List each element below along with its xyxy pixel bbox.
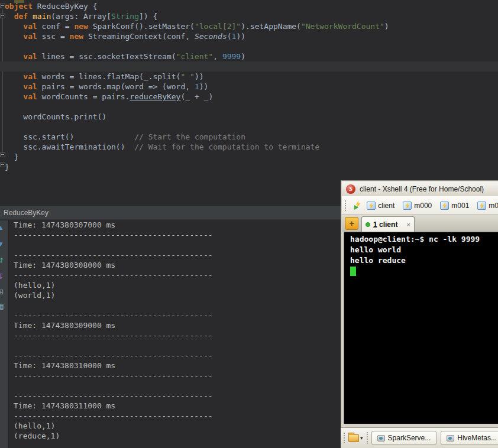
chevron-down-icon: ▾ (360, 435, 363, 441)
console-line (9, 340, 341, 350)
session-lightning-icon (477, 202, 486, 210)
console-line: ----------------------------------------… (9, 350, 341, 361)
fold-marker-icon[interactable] (0, 4, 5, 8)
terminal-line: hadoop@client:~$ nc -lk 9999 (350, 234, 498, 245)
code-line[interactable]: def main(args: Array[String]) { (0, 11, 498, 21)
session-lightning-icon (367, 202, 376, 210)
code-editor[interactable]: object ReduceByKey { def main(args: Arra… (0, 0, 498, 205)
code-line[interactable]: object ReduceByKey { (0, 1, 498, 11)
code-line[interactable]: } (0, 152, 498, 162)
console-line: Time: 1474380311000 ms (9, 401, 341, 411)
session-button-m001[interactable]: m001 (440, 202, 469, 210)
xshell-logo-icon: S (346, 184, 355, 194)
console-line: (hello,1) (9, 421, 341, 431)
quick-launch[interactable]: ▾ (348, 434, 363, 442)
console-line: (hello,1) (9, 280, 341, 290)
xshell-title-bar[interactable]: S client - Xshell 4 (Free for Home/Schoo… (342, 181, 498, 196)
folder-icon (348, 434, 359, 442)
fold-marker-icon[interactable] (0, 14, 5, 18)
toolbar-grip (345, 200, 346, 211)
terminal-line: hello world (350, 245, 498, 255)
console-line: ----------------------------------------… (9, 250, 341, 260)
fold-end-marker-icon[interactable] (0, 163, 5, 167)
code-line[interactable]: val lines = ssc.socketTextStream("client… (0, 51, 498, 61)
xshell-app-icon (377, 435, 385, 441)
code-line[interactable]: val pairs = words.map(word => (word, 1)) (0, 82, 498, 92)
code-line[interactable]: val ssc = new StreamingContext(conf, Sec… (0, 31, 498, 41)
console-line: (reduce,1) (9, 431, 341, 441)
session-lightning-icon (440, 202, 449, 210)
tab-name: client (379, 220, 397, 229)
session-button-m0[interactable]: m0 (477, 202, 498, 210)
code-line[interactable]: ssc.awaitTermination() // Wait for the c… (0, 142, 498, 152)
tab-client[interactable]: 1 client × (361, 216, 415, 232)
jump-down-icon[interactable]: ▼ (0, 239, 5, 249)
connected-status-dot (366, 222, 370, 227)
console-line: ----------------------------------------… (9, 391, 341, 401)
console-line: Time: 1474380308000 ms (9, 260, 341, 270)
code-line[interactable] (0, 61, 498, 72)
code-line[interactable]: } (0, 162, 498, 172)
session-shortcuts: clientm000m001m0 (367, 202, 498, 210)
code-line[interactable]: val conf = new SparkConf().setMaster("lo… (0, 21, 498, 31)
tab-close-icon[interactable]: × (407, 222, 410, 228)
session-lightning-icon (403, 202, 412, 210)
xshell-tab-bar: + 1 client × (342, 215, 498, 232)
connect-icon[interactable] (354, 200, 358, 210)
run-toolwindow-header[interactable]: ReduceByKey (0, 205, 341, 220)
session-button-client[interactable]: client (367, 202, 394, 210)
taskbar-button[interactable]: HiveMetas... (441, 431, 498, 445)
code-line[interactable]: wordCounts.print() (0, 112, 498, 122)
console-line: ----------------------------------------… (9, 411, 341, 421)
code-lines: object ReduceByKey { def main(args: Arra… (0, 1, 498, 172)
jump-up-icon[interactable]: ▲ (0, 223, 5, 232)
clear-icon[interactable]: ▦ (0, 301, 5, 311)
console-line: Time: 1474380307000 ms (9, 220, 341, 230)
console-line: Time: 1474380310000 ms (9, 361, 341, 371)
terminal[interactable]: hadoop@client:~$ nc -lk 9999hello worldh… (344, 232, 498, 424)
windows-taskbar: ▾ SparkServe...HiveMetas... (341, 427, 498, 448)
session-button-m000[interactable]: m000 (403, 202, 432, 210)
scroll-to-end-icon[interactable]: ↧ (0, 272, 5, 281)
console-line: (world,1) (9, 290, 341, 300)
code-line[interactable]: ssc.start() // Start the computation (0, 132, 498, 142)
code-line[interactable] (0, 102, 498, 112)
console-line: ----------------------------------------… (9, 230, 341, 240)
run-console-output[interactable]: Time: 1474380307000 ms------------------… (9, 220, 341, 448)
console-line: Time: 1474380309000 ms (9, 320, 341, 330)
fold-end-marker-icon[interactable] (0, 152, 5, 157)
console-line: ----------------------------------------… (9, 371, 341, 381)
tab-number: 1 (373, 220, 377, 229)
taskbar-buttons: SparkServe...HiveMetas... (371, 431, 498, 445)
code-line[interactable] (0, 41, 498, 51)
console-line: ----------------------------------------… (9, 330, 341, 340)
console-toolbar-stripe: ▲▼⇵↧⊞▦ (0, 220, 9, 448)
code-line[interactable] (0, 122, 498, 132)
code-line[interactable]: val wordCounts = pairs.reduceByKey(_ + _… (0, 92, 498, 102)
taskbar-grip[interactable] (344, 433, 345, 443)
console-line: ----------------------------------------… (9, 270, 341, 280)
code-line[interactable]: val words = lines.flatMap(_.split(" ")) (0, 72, 498, 82)
terminal-line: hello reduce (350, 255, 498, 266)
console-line (9, 300, 341, 310)
taskbar-button[interactable]: SparkServe... (371, 431, 437, 445)
print-icon[interactable]: ⊞ (0, 287, 5, 297)
screen: object ReduceByKey { def main(args: Arra… (0, 0, 498, 448)
run-toolwindow-title: ReduceByKey (4, 209, 48, 217)
xshell-window-title: client - Xshell 4 (Free for Home/School) (360, 185, 484, 193)
xshell-window: S client - Xshell 4 (Free for Home/Schoo… (341, 180, 498, 427)
taskbar-separator (367, 432, 368, 444)
console-line: ----------------------------------------… (9, 310, 341, 320)
soft-wrap-icon[interactable]: ⇵ (0, 256, 5, 265)
xshell-toolbar: clientm000m001m0 (342, 196, 498, 215)
console-line (9, 381, 341, 391)
console-line (9, 240, 341, 250)
xshell-app-icon (447, 435, 454, 441)
terminal-cursor (350, 267, 356, 276)
new-tab-button[interactable]: + (345, 217, 358, 230)
